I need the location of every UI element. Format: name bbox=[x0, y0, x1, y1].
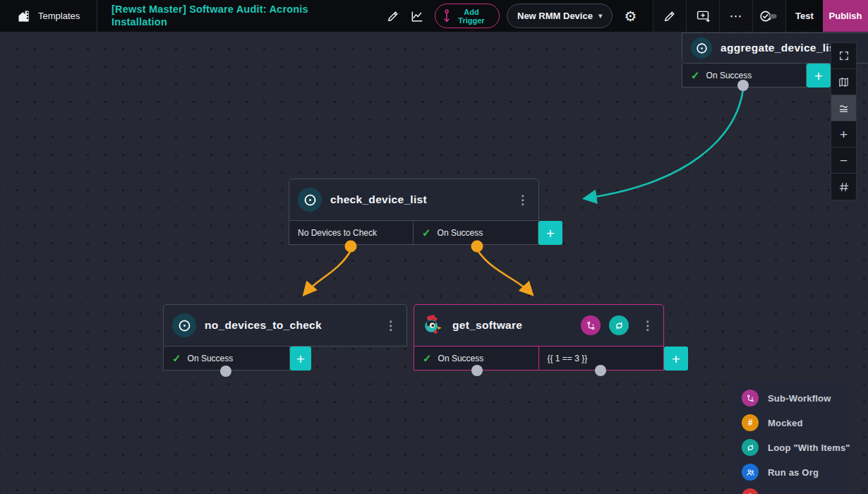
canvas-toolbar: + − bbox=[831, 42, 857, 200]
check-icon: ✓ bbox=[423, 352, 432, 365]
edge-aggregate-to-check bbox=[586, 90, 743, 198]
templates-label: Templates bbox=[38, 11, 80, 21]
test-button[interactable]: Test bbox=[785, 0, 823, 32]
legend-item-sub-workflow: Sub-Workflow bbox=[742, 390, 850, 406]
edit-workflow-button[interactable] bbox=[653, 0, 686, 32]
add-transition-button[interactable]: + bbox=[538, 221, 562, 245]
workflow-title: [Rewst Master] Software Audit: Acronis I… bbox=[97, 0, 381, 32]
edge-check-to-no-devices bbox=[305, 251, 351, 294]
loop-icon bbox=[742, 439, 759, 456]
trigger-select-value: New RMM Device bbox=[517, 11, 593, 21]
minus-icon: − bbox=[840, 154, 848, 167]
toggle-grid-button[interactable] bbox=[831, 174, 856, 200]
legend-item-mocked: # Mocked bbox=[742, 414, 850, 431]
task-atom-icon bbox=[691, 37, 712, 59]
transition-no-devices[interactable]: No Devices to Check bbox=[289, 221, 414, 245]
pencil-icon bbox=[663, 9, 677, 23]
check-toggle-icon bbox=[759, 8, 780, 24]
node-no-devices-to-check[interactable]: no_devices_to_check ⋮ ✓ On Success + bbox=[163, 304, 407, 370]
transition-on-success[interactable]: ✓ On Success bbox=[682, 64, 807, 88]
auto-layout-button[interactable] bbox=[831, 95, 856, 121]
legend-item-run-as-org: Run as Org bbox=[742, 464, 850, 481]
task-atom-icon bbox=[298, 188, 322, 212]
zoom-out-button[interactable]: − bbox=[831, 147, 856, 174]
transition-condition[interactable]: {{ 1 == 3 }} bbox=[539, 347, 665, 370]
header-actions: ⋯ Test Publish bbox=[653, 0, 868, 32]
sub-workflow-icon bbox=[586, 320, 596, 331]
check-icon: ✓ bbox=[422, 227, 431, 239]
kebab-menu-icon[interactable]: ⋮ bbox=[515, 193, 530, 207]
auto-layout-icon bbox=[838, 102, 850, 114]
templates-breadcrumb[interactable]: Templates bbox=[0, 0, 97, 32]
sub-workflow-badge[interactable] bbox=[581, 315, 601, 335]
node-status-legend: Sub-Workflow # Mocked Loop "With Items" bbox=[731, 381, 850, 494]
check-icon: ✓ bbox=[172, 352, 181, 365]
fullscreen-icon bbox=[838, 50, 850, 61]
map-icon bbox=[838, 76, 850, 88]
top-bar: Templates [Rewst Master] Software Audit:… bbox=[0, 0, 868, 32]
templates-home-icon bbox=[17, 9, 31, 23]
node-get-software[interactable]: get_software ⋮ ✓ On bbox=[414, 304, 688, 370]
trigger-select[interactable]: New RMM Device ▾ bbox=[507, 4, 613, 28]
fullscreen-button[interactable] bbox=[831, 43, 856, 69]
rooster-icon bbox=[423, 314, 444, 337]
loop-badge[interactable] bbox=[609, 315, 629, 335]
edit-title-button[interactable] bbox=[381, 0, 405, 32]
node-title: aggregate_device_list bbox=[721, 42, 839, 54]
auto-check-toggle[interactable] bbox=[752, 0, 785, 32]
people-icon bbox=[742, 464, 759, 481]
grid-icon bbox=[838, 181, 850, 193]
node-title: get_software bbox=[452, 319, 522, 332]
insights-button[interactable] bbox=[405, 0, 429, 32]
exclamation-icon: ! bbox=[742, 488, 759, 494]
sub-workflow-icon bbox=[742, 390, 759, 406]
task-atom-icon bbox=[172, 313, 196, 337]
publish-button[interactable]: Publish bbox=[823, 0, 868, 32]
screen-plus-icon bbox=[696, 8, 711, 23]
zoom-in-button[interactable]: + bbox=[831, 121, 856, 147]
add-trigger-button[interactable]: Add Trigger bbox=[435, 4, 500, 28]
chevron-down-icon: ▾ bbox=[598, 11, 603, 20]
workflow-settings-button[interactable]: ⚙ bbox=[618, 0, 642, 32]
legend-item-disabled: ! Disabled bbox=[742, 488, 850, 494]
workflow-canvas[interactable]: aggregate_device_list ✓ On Success + bbox=[0, 32, 868, 494]
pencil-icon bbox=[386, 9, 400, 23]
loop-icon bbox=[614, 320, 625, 331]
check-icon: ✓ bbox=[691, 69, 700, 82]
export-template-button[interactable] bbox=[686, 0, 719, 32]
node-title: no_devices_to_check bbox=[205, 319, 322, 332]
add-transition-button[interactable]: + bbox=[290, 347, 311, 370]
hash-icon: # bbox=[742, 414, 759, 431]
kebab-menu-icon[interactable]: ⋮ bbox=[640, 318, 655, 333]
line-chart-icon bbox=[410, 9, 424, 23]
edge-check-to-get-software bbox=[478, 251, 531, 294]
node-title: check_device_list bbox=[330, 193, 427, 206]
add-transition-button[interactable]: + bbox=[807, 64, 831, 88]
ellipsis-icon: ⋯ bbox=[730, 8, 743, 24]
add-transition-button[interactable]: + bbox=[664, 347, 688, 370]
minimap-button[interactable] bbox=[831, 69, 856, 95]
transition-on-success[interactable]: ✓ On Success bbox=[163, 347, 290, 370]
node-check-device-list[interactable]: check_device_list ⋮ No Devices to Check … bbox=[289, 179, 562, 245]
transition-on-success[interactable]: ✓ On Success bbox=[414, 347, 539, 370]
legend-item-loop: Loop "With Items" bbox=[742, 439, 850, 456]
kebab-menu-icon[interactable]: ⋮ bbox=[383, 318, 398, 333]
plus-icon: + bbox=[840, 128, 848, 141]
transition-on-success[interactable]: ✓ On Success bbox=[414, 221, 538, 245]
add-trigger-label: Add Trigger bbox=[455, 8, 488, 25]
trigger-icon bbox=[441, 8, 452, 24]
more-options-button[interactable]: ⋯ bbox=[719, 0, 752, 32]
gear-icon: ⚙ bbox=[624, 9, 637, 23]
